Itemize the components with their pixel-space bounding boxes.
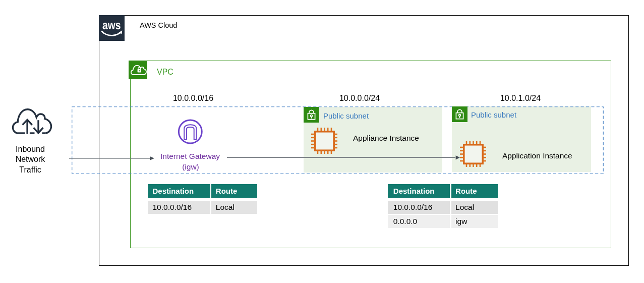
svg-text:aws: aws [102,19,121,32]
